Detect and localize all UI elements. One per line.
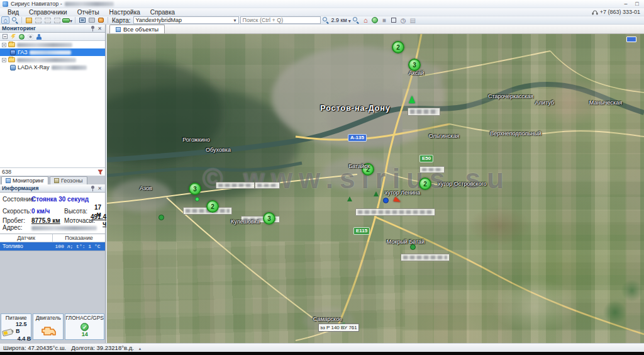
map-town-label: Алитуб: [535, 99, 554, 106]
zoom-out-icon: [323, 17, 329, 23]
state-label: Состояние:: [3, 196, 31, 203]
sensor-value: 100 л; t°: 1 °C: [53, 242, 106, 251]
map-type-dropdown[interactable]: YandexHybridMap: [133, 16, 239, 24]
screen-button[interactable]: [78, 16, 86, 24]
menu-help[interactable]: Справка: [145, 9, 180, 16]
menu-settings[interactable]: Настройка: [104, 9, 145, 16]
vehicle-marker-arrow-red[interactable]: [393, 197, 401, 205]
gear-icon[interactable]: [28, 34, 33, 40]
tree-vehicle-row-selected[interactable]: ГАЗ: [0, 48, 105, 56]
vehicle-marker-arrow-up[interactable]: [409, 96, 415, 103]
pin-icon: [91, 186, 95, 191]
maximize-button[interactable]: [633, 1, 641, 8]
vehicle-label-redacted[interactable]: [355, 208, 435, 216]
minimize-button[interactable]: [621, 1, 630, 8]
globe-button[interactable]: [371, 16, 379, 24]
zone-tool-button[interactable]: [43, 16, 52, 24]
map-scale-value[interactable]: 2.9 км: [331, 17, 347, 23]
sidebar: Мониторинг ГАЗ: [0, 25, 106, 343]
user-icon[interactable]: [36, 34, 42, 40]
map-type-value: YandexHybridMap: [136, 17, 182, 23]
vehicle-label-redacted[interactable]: [419, 166, 445, 173]
scale-caret-icon[interactable]: [348, 17, 351, 24]
select-tool-button[interactable]: [34, 16, 42, 24]
find-button[interactable]: [11, 16, 19, 24]
grid-button[interactable]: [409, 16, 417, 24]
main-toolbar: Карта: YandexHybridMap 2.9 км: [0, 16, 644, 25]
monitoring-panel-title: Мониторинг: [2, 25, 89, 31]
tab-geozones-label: Геозоны: [61, 178, 83, 184]
collapse-node-icon[interactable]: [2, 43, 6, 47]
tab-geozones[interactable]: Геозоны: [50, 176, 87, 184]
tree-vehicle-row[interactable]: LADA X-Ray: [0, 64, 105, 71]
tab-all-objects[interactable]: Все объекты: [109, 25, 165, 33]
red-home-icon: [364, 17, 368, 24]
globe-icon[interactable]: [19, 34, 25, 40]
geozones-tab-icon: [54, 178, 59, 183]
route-tool-button[interactable]: [53, 16, 61, 24]
vehicle-label-redacted[interactable]: [255, 182, 280, 189]
vehicle-icon: [10, 65, 16, 70]
collapse-node-icon[interactable]: [2, 58, 6, 62]
menu-view[interactable]: Вид: [3, 9, 24, 16]
vehicle-plate-label[interactable]: эз Р 140 ВУ 761: [318, 324, 359, 332]
menu-directories[interactable]: Справочники: [24, 9, 72, 16]
list-button[interactable]: [380, 16, 389, 24]
basket-icon: [98, 18, 104, 23]
map-route-chip: [626, 37, 636, 42]
tab-monitoring[interactable]: Мониторинг: [1, 176, 48, 184]
vehicle-marker-tri-green[interactable]: [374, 191, 379, 196]
statusbar-expander-icon[interactable]: [139, 344, 142, 351]
vehicle-icon: [10, 50, 16, 55]
tab-monitoring-label: Мониторинг: [13, 178, 44, 184]
map-canvas[interactable]: © www.sirius.su Ростов-на-ДонуАксайОльги…: [107, 34, 644, 343]
sensor-row-fuel[interactable]: Топливо 100 л; t°: 1 °C: [0, 242, 105, 251]
zoom-out-button[interactable]: [322, 16, 330, 24]
pin-panel-button[interactable]: [89, 185, 96, 191]
map-cluster-marker[interactable]: 2: [419, 178, 431, 190]
fullscreen-button[interactable]: [390, 16, 398, 24]
vehicle-name-redacted: [30, 50, 71, 55]
mileage-value[interactable]: 8775.9 км: [31, 217, 64, 224]
map-cluster-marker[interactable]: 3: [263, 212, 275, 225]
group-name-redacted: [17, 58, 76, 62]
vehicle-marker-dot-green2[interactable]: [195, 197, 199, 201]
check-icon: [82, 324, 87, 330]
photo-button[interactable]: [25, 16, 33, 24]
tree-group-row[interactable]: [0, 41, 105, 48]
close-panel-button[interactable]: [96, 185, 103, 191]
home-location-button[interactable]: [362, 16, 370, 24]
menu-reports[interactable]: Отчёты: [72, 9, 104, 16]
map-cluster-marker[interactable]: 2: [392, 41, 404, 54]
search-input[interactable]: [240, 16, 321, 24]
vehicle-marker-tri-green[interactable]: [347, 196, 352, 201]
vehicle-label-redacted[interactable]: [408, 108, 440, 116]
vehicle-label-redacted[interactable]: [216, 182, 255, 189]
basket-button[interactable]: [97, 16, 105, 24]
collapse-all-icon[interactable]: [3, 34, 8, 39]
map-cluster-marker[interactable]: 3: [189, 183, 201, 195]
print-button[interactable]: [87, 16, 96, 24]
vehicle-marker-dot-green[interactable]: [410, 244, 416, 250]
close-panel-button[interactable]: [96, 25, 103, 31]
home-view-button[interactable]: [1, 16, 9, 24]
pin-panel-button[interactable]: [89, 25, 96, 31]
object-count-row: 638: [0, 167, 105, 176]
objects-tab-icon: [116, 27, 121, 32]
map-cluster-marker[interactable]: 3: [408, 59, 421, 71]
vehicle-menu-button[interactable]: [62, 16, 72, 24]
vehicle-name: LADA X-Ray: [18, 64, 50, 70]
filter-icon[interactable]: [97, 169, 103, 175]
vehicle-marker-dot-green[interactable]: [158, 215, 164, 220]
fullscreen-icon: [391, 18, 396, 23]
history-button[interactable]: [399, 16, 408, 24]
vehicle-label-redacted[interactable]: [401, 254, 450, 261]
vehicle-marker-dot-blue[interactable]: [383, 198, 389, 203]
map-cluster-marker[interactable]: 2: [206, 200, 219, 213]
route-icon: [54, 18, 60, 23]
zoom-in-button[interactable]: [352, 16, 360, 24]
tree-group-row[interactable]: [0, 56, 105, 64]
vehicle-name: ГАЗ: [18, 49, 28, 55]
tools-icon[interactable]: [11, 34, 16, 39]
map-markers: Ростов-на-ДонуАксайОльгинскаяСтарочеркас…: [107, 34, 644, 343]
